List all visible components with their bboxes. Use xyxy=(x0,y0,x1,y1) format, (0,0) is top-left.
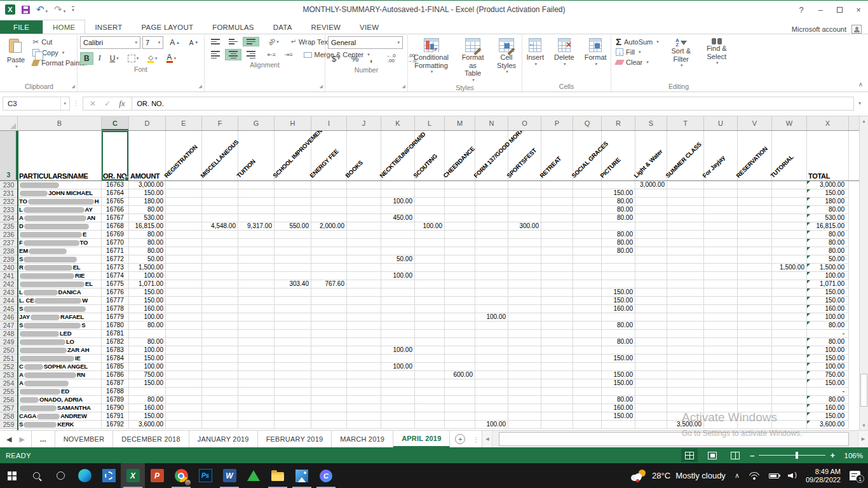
cell-name[interactable]: TOH xyxy=(18,198,102,206)
cell-P[interactable] xyxy=(541,379,573,388)
cell-W[interactable] xyxy=(772,371,807,379)
cell-T[interactable] xyxy=(667,239,704,247)
cell-S[interactable] xyxy=(635,231,667,239)
increase-indent-button[interactable]: ⇥≡ xyxy=(281,50,297,60)
cell-M[interactable] xyxy=(445,363,475,371)
cell-G[interactable] xyxy=(238,421,275,429)
sheet-tab-january-2019[interactable]: JANUARY 2019 xyxy=(189,431,258,447)
cell-G[interactable] xyxy=(238,280,275,288)
cell-total[interactable]: 160.00 xyxy=(807,404,849,412)
cell-H[interactable] xyxy=(275,379,311,388)
cell-L[interactable] xyxy=(415,379,445,388)
cell-total[interactable]: 1,071.00 xyxy=(807,280,849,288)
cell-O[interactable] xyxy=(508,264,541,272)
conditional-formatting-button[interactable]: ≠ Conditional Formatting▾ xyxy=(410,36,452,75)
insert-function-icon[interactable]: fx xyxy=(115,98,128,109)
cell-or-no[interactable]: 16792 xyxy=(102,421,129,429)
cell-J[interactable] xyxy=(347,214,381,222)
cell-M[interactable] xyxy=(445,181,475,189)
taskbar-word-button[interactable]: W xyxy=(217,463,241,488)
cell-G[interactable] xyxy=(238,388,275,396)
row-header-247[interactable]: 247 xyxy=(0,322,18,330)
cell-H[interactable] xyxy=(275,181,311,189)
cell-G[interactable] xyxy=(238,181,275,189)
cell-F[interactable] xyxy=(202,322,238,330)
cell-V[interactable] xyxy=(738,181,772,189)
cell-Q[interactable] xyxy=(573,206,602,214)
underline-button[interactable]: U▾ xyxy=(106,52,123,65)
cell-K[interactable] xyxy=(381,288,415,297)
cell-amount[interactable]: 80.00 xyxy=(129,396,166,404)
cell-T[interactable] xyxy=(667,388,704,396)
cell-H[interactable] xyxy=(275,255,311,264)
cell-Q[interactable] xyxy=(573,198,602,206)
cell-V[interactable] xyxy=(738,288,772,297)
cell-or-no[interactable]: 16768 xyxy=(102,222,129,231)
cell-R[interactable]: 80.00 xyxy=(602,322,635,330)
cell-N[interactable] xyxy=(475,355,508,363)
cell-M[interactable] xyxy=(445,379,475,388)
cell-total[interactable]: 1,500.00 xyxy=(807,264,849,272)
speaker-icon[interactable] xyxy=(788,472,797,480)
cell-R[interactable] xyxy=(602,264,635,272)
cell-name[interactable]: SS xyxy=(18,322,102,330)
cell-H[interactable] xyxy=(275,264,311,272)
cell-J[interactable] xyxy=(347,346,381,355)
cell-Q[interactable] xyxy=(573,272,602,280)
normal-view-button[interactable] xyxy=(681,449,698,462)
cell-or-no[interactable]: 16779 xyxy=(102,313,129,322)
cell-N[interactable] xyxy=(475,255,508,264)
cell-J[interactable] xyxy=(347,305,381,313)
increase-decimal-button[interactable]: ←.0.00 xyxy=(383,51,400,65)
cell-total[interactable]: - xyxy=(807,388,849,396)
cell-O[interactable] xyxy=(508,355,541,363)
cell-O[interactable] xyxy=(508,255,541,264)
cell-F[interactable] xyxy=(202,189,238,198)
cell-R[interactable]: 80.00 xyxy=(602,338,635,346)
cell-I[interactable] xyxy=(311,338,347,346)
cell-F[interactable] xyxy=(202,288,238,297)
zoom-slider-thumb[interactable] xyxy=(796,452,798,459)
cell-Q[interactable] xyxy=(573,355,602,363)
cell-E[interactable] xyxy=(166,297,202,305)
cell-name[interactable]: S xyxy=(18,305,102,313)
cell-S[interactable] xyxy=(635,371,667,379)
cell-T[interactable] xyxy=(667,330,704,338)
cell-M[interactable] xyxy=(445,198,475,206)
cell-F[interactable] xyxy=(202,214,238,222)
cell-G[interactable] xyxy=(238,247,275,255)
cell-F[interactable] xyxy=(202,280,238,288)
cell-N[interactable] xyxy=(475,231,508,239)
cell-V[interactable] xyxy=(738,297,772,305)
cell-H[interactable] xyxy=(275,214,311,222)
cell-L[interactable] xyxy=(415,412,445,421)
cell-E[interactable] xyxy=(166,255,202,264)
cell-N[interactable] xyxy=(475,330,508,338)
cell-total[interactable]: 3,000.00 xyxy=(807,181,849,189)
cell-U[interactable] xyxy=(704,222,738,231)
cell-O[interactable] xyxy=(508,288,541,297)
cell-W[interactable] xyxy=(772,247,807,255)
cell-R[interactable] xyxy=(602,222,635,231)
horizontal-scrollbar[interactable]: ◀ ▶ xyxy=(482,431,868,447)
cell-J[interactable] xyxy=(347,388,381,396)
cell-H[interactable] xyxy=(275,288,311,297)
cell-K[interactable] xyxy=(381,322,415,330)
cell-F[interactable] xyxy=(202,239,238,247)
cell-P[interactable] xyxy=(541,189,573,198)
column-header-K[interactable]: K xyxy=(381,116,415,130)
cell-total[interactable]: 80.00 xyxy=(807,338,849,346)
cell-I[interactable] xyxy=(311,388,347,396)
cell-U[interactable] xyxy=(704,355,738,363)
tab-data[interactable]: DATA xyxy=(264,20,302,34)
cell-N[interactable] xyxy=(475,206,508,214)
cell-or-no[interactable]: 16789 xyxy=(102,396,129,404)
cell-L[interactable] xyxy=(415,247,445,255)
column-header-X[interactable]: X xyxy=(807,116,849,130)
column-header-H[interactable]: H xyxy=(275,116,311,130)
cell-Q[interactable] xyxy=(573,404,602,412)
cell-G[interactable] xyxy=(238,288,275,297)
enter-formula-icon[interactable]: ✓ xyxy=(100,99,114,108)
cell-V[interactable] xyxy=(738,338,772,346)
cell-amount[interactable]: 80.00 xyxy=(129,231,166,239)
